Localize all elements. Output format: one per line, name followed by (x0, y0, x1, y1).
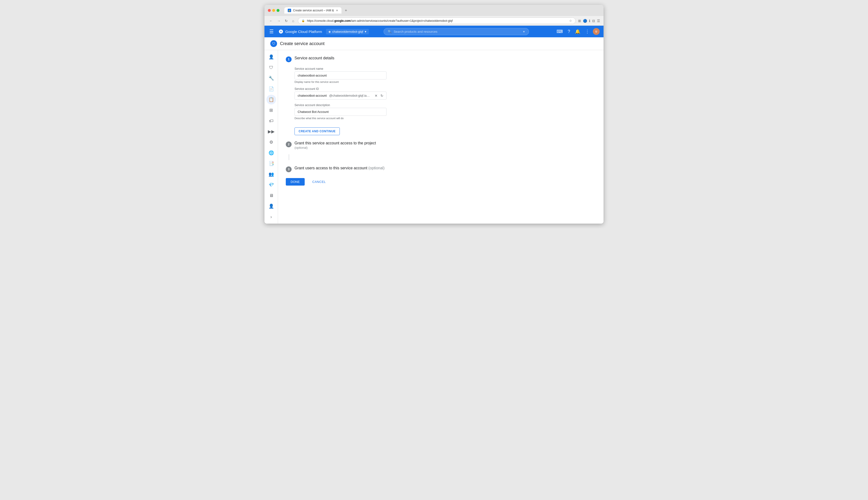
service-account-id-prefix: chatwootbot-account (295, 92, 328, 99)
home-button[interactable]: ⌂ (291, 18, 296, 24)
back-button[interactable]: ← (268, 18, 274, 24)
close-window-button[interactable] (268, 9, 271, 12)
gcp-project-dropdown-icon: ▾ (365, 30, 367, 33)
sidebar-item-iam[interactable]: 👤 (266, 52, 276, 62)
step3-section: 3 Grant users access to this service acc… (286, 166, 596, 172)
profile-button[interactable]: 🔵 (583, 19, 587, 23)
step3-header: 3 Grant users access to this service acc… (286, 166, 596, 172)
step2-number: 2 (286, 141, 292, 147)
filter-button[interactable]: ⊟ (592, 19, 595, 23)
nav-buttons: ← → ↻ ⌂ (268, 18, 296, 24)
address-bar: ← → ↻ ⌂ 🔒 https://console.cloud.google.c… (265, 16, 603, 26)
step1-title: Service account details (294, 56, 334, 60)
service-account-name-field: Service account name Display name for th… (294, 67, 596, 83)
sidebar-item-tools[interactable]: 🔧 (266, 73, 276, 83)
sidebar-expand-button[interactable]: › (266, 212, 276, 221)
service-account-description-label: Service account description (294, 103, 596, 107)
url-text: https://console.cloud.google.com/iam-adm… (307, 19, 567, 23)
gcp-project-selector[interactable]: ◈ chatwootdemobot-glqf ▾ (326, 29, 369, 34)
active-tab[interactable]: 🔒 Create service account – IAM & ✕ (284, 7, 342, 14)
browser-action-buttons: ⊞ 🔵 ℹ ⊟ ☰ (578, 19, 600, 23)
step1-form: Service account name Display name for th… (294, 67, 596, 135)
tab-bar: 🔒 Create service account – IAM & ✕ + (284, 7, 600, 14)
gcp-project-name: chatwootdemobot-glqf (332, 30, 363, 33)
step2-section: 2 Grant this service account access to t… (286, 141, 596, 160)
url-lock-icon: 🔒 (302, 19, 305, 22)
service-account-name-hint: Display name for this service account (294, 80, 596, 83)
maximize-window-button[interactable] (277, 9, 279, 12)
sidebar-item-people[interactable]: 👤 (266, 201, 276, 211)
user-avatar[interactable]: U (593, 28, 600, 35)
create-and-continue-button[interactable]: CREATE AND CONTINUE (294, 127, 340, 135)
step1-section: 1 Service account details Service accoun… (286, 56, 596, 135)
traffic-lights (268, 9, 279, 12)
gcp-sidebar: 👤 🛡 🔧 📄 📋 ⊞ 🏷 ▶▶ ⚙ 🌐 📑 👥 💎 🖥 👤 › (265, 50, 278, 224)
sidebar-item-service-accounts[interactable]: 🛡 (266, 63, 276, 72)
service-account-description-field: Service account description Describe wha… (294, 103, 596, 120)
cancel-button[interactable]: CANCEL (309, 178, 330, 185)
notifications-button[interactable]: 🔔 (574, 27, 582, 36)
browser-window: 🔒 Create service account – IAM & ✕ + ← →… (265, 5, 603, 224)
service-account-name-input[interactable] (294, 71, 386, 79)
gcp-app: ☰ Google Cloud Platform ◈ chatwootdemobo… (265, 26, 603, 224)
refresh-button[interactable]: ↻ (283, 18, 289, 24)
step1-number: 1 (286, 56, 292, 62)
sidebar-item-workload[interactable]: ⊞ (266, 105, 276, 115)
forward-button[interactable]: → (276, 18, 282, 24)
sidebar-item-config[interactable]: ⚙ (266, 137, 276, 147)
service-account-description-input[interactable] (294, 108, 386, 116)
gcp-logo-text: Google Cloud Platform (285, 30, 322, 34)
sidebar-item-roles[interactable]: 📋 (266, 95, 276, 104)
service-account-id-clear-button[interactable]: ✕ (374, 93, 379, 99)
gcp-search-input[interactable] (394, 30, 521, 33)
page-title: Create service account (280, 41, 325, 46)
bottom-actions: DONE CANCEL (286, 178, 596, 185)
cloud-shell-button[interactable]: ⌨ (555, 27, 564, 36)
tab-close-button[interactable]: ✕ (336, 9, 338, 12)
service-account-id-field: Service account ID chatwootbot-account @… (294, 87, 596, 100)
minimize-window-button[interactable] (272, 9, 275, 12)
step2-header: 2 Grant this service account access to t… (286, 141, 596, 149)
tab-favicon-icon: 🔒 (288, 9, 291, 12)
gcp-search-bar[interactable]: 🔍 ▾ (384, 28, 529, 35)
new-tab-button[interactable]: + (343, 7, 349, 14)
service-account-description-hint: Describe what this service account will … (294, 117, 596, 120)
gcp-search-dropdown-icon: ▾ (523, 30, 525, 33)
service-account-id-row: chatwootbot-account @chatwootdemobot-glq… (294, 92, 386, 100)
extensions-button[interactable]: ⊞ (578, 19, 581, 23)
sidebar-item-groups[interactable]: 👥 (266, 169, 276, 179)
url-bar[interactable]: 🔒 https://console.cloud.google.com/iam-a… (298, 18, 576, 24)
sidebar-item-tags[interactable]: 🏷 (266, 116, 276, 126)
more-options-button[interactable]: ⋮ (584, 27, 591, 36)
bookmark-icon[interactable]: ☆ (569, 19, 572, 23)
gcp-menu-button[interactable]: ☰ (268, 27, 275, 35)
step3-title-group: Grant users access to this service accou… (294, 166, 385, 170)
service-account-id-refresh-button[interactable]: ↻ (380, 93, 384, 99)
sidebar-item-more[interactable]: ▶▶ (266, 127, 276, 136)
service-account-name-label: Service account name (294, 67, 596, 70)
service-account-id-suffix: @chatwootdemobot-glqf.iam.gserviceaccoun… (328, 92, 372, 99)
service-account-id-actions: ✕ ↻ (372, 93, 386, 99)
step2-divider (289, 154, 596, 160)
info-button[interactable]: ℹ (589, 19, 590, 23)
gcp-nav-actions: ⌨ ? 🔔 ⋮ U (555, 27, 600, 36)
gcp-logo[interactable]: Google Cloud Platform (278, 29, 322, 34)
step2-optional: (optional) (294, 146, 376, 149)
gcp-topnav: ☰ Google Cloud Platform ◈ chatwootdemobo… (265, 26, 603, 37)
sidebar-item-policy[interactable]: 🌐 (266, 148, 276, 158)
sidebar-item-reports[interactable]: 📑 (266, 159, 276, 168)
more-button[interactable]: ☰ (597, 19, 600, 23)
sidebar-item-docs[interactable]: 📄 (266, 84, 276, 94)
browser-titlebar: 🔒 Create service account – IAM & ✕ + (265, 5, 603, 16)
gcp-search-icon: 🔍 (388, 30, 392, 33)
page-header: 🛡 Create service account (265, 37, 603, 50)
gcp-body: 👤 🛡 🔧 📄 📋 ⊞ 🏷 ▶▶ ⚙ 🌐 📑 👥 💎 🖥 👤 › (265, 50, 603, 224)
gcp-logo-icon (278, 29, 283, 34)
done-button[interactable]: DONE (286, 178, 305, 185)
step3-number: 3 (286, 167, 292, 172)
sidebar-item-console[interactable]: 🖥 (266, 191, 276, 200)
service-account-id-label: Service account ID (294, 87, 596, 91)
sidebar-item-assets[interactable]: 💎 (266, 180, 276, 190)
help-button[interactable]: ? (566, 27, 571, 36)
step2-title: Grant this service account access to the… (294, 141, 376, 145)
